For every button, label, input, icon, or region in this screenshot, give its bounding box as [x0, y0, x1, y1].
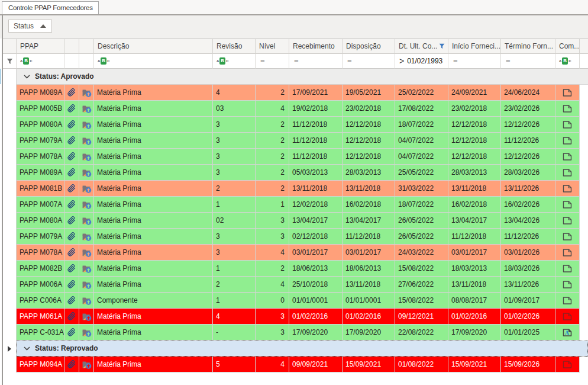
cell-recebimento[interactable]: 13/04/2017	[289, 213, 343, 229]
cell-revisao[interactable]: 2	[213, 277, 256, 293]
cell-disposicao[interactable]: 16/02/2018	[343, 197, 395, 213]
cell-inicio[interactable]: 13/11/2018	[448, 181, 501, 197]
cell-recebimento[interactable]: 19/02/2018	[289, 101, 343, 117]
cell-ppap[interactable]: PAPP M089A	[17, 85, 64, 101]
cell-revisao[interactable]: 3	[213, 117, 256, 133]
cell-com[interactable]	[555, 277, 580, 293]
cell-com[interactable]	[555, 149, 580, 165]
table-row[interactable]: PAPP M007AMatéria Prima1112/02/201816/02…	[3, 197, 588, 213]
cell-inicio[interactable]: 01/02/2016	[448, 309, 501, 325]
cell-nivel[interactable]: 3	[256, 325, 289, 341]
filter-cell-recebimento[interactable]: =	[289, 54, 343, 69]
cell-revisao[interactable]: 4	[213, 309, 256, 325]
column-header-com[interactable]: Com...	[555, 39, 580, 54]
cell-export[interactable]	[79, 309, 94, 325]
cell-ppap[interactable]: PAPP M061A	[17, 309, 64, 325]
cell-ppap[interactable]: PAPP M005B	[17, 101, 64, 117]
cell-inicio[interactable]: 23/02/2018	[448, 101, 501, 117]
cell-disposicao[interactable]: 19/05/2021	[343, 85, 395, 101]
table-row[interactable]: PAPP C-031AMatéria Prima-317/09/202017/0…	[3, 325, 588, 341]
filter-cell-nivel[interactable]: =	[256, 54, 289, 69]
cell-revisao[interactable]: 1	[213, 293, 256, 309]
cell-export[interactable]	[79, 261, 94, 277]
cell-ppap[interactable]: PAPP C-031A	[17, 325, 64, 341]
cell-recebimento[interactable]: 25/10/2018	[289, 277, 343, 293]
cell-dt_ult[interactable]: 24/03/2022	[395, 245, 448, 261]
cell-com[interactable]	[555, 165, 580, 181]
table-row[interactable]: PAPP M061AMatéria Prima4301/02/201601/02…	[3, 309, 588, 325]
cell-disposicao[interactable]: 11/12/2018	[343, 229, 395, 245]
column-header-dt_ult[interactable]: Dt. Ult. Co...	[395, 39, 448, 54]
cell-ppap[interactable]: PAPP M089A	[17, 165, 64, 181]
cell-ppap[interactable]: PAPP M080A	[17, 213, 64, 229]
cell-descricao[interactable]: Matéria Prima	[94, 197, 213, 213]
cell-revisao[interactable]: 3	[213, 133, 256, 149]
cell-disposicao[interactable]: 12/12/2018	[343, 149, 395, 165]
filter-cell-revisao[interactable]: ABC	[213, 54, 256, 69]
cell-termino[interactable]: 13/11/2026	[501, 181, 555, 197]
cell-descricao[interactable]: Matéria Prima	[94, 245, 213, 261]
cell-inicio[interactable]: 12/12/2018	[448, 133, 501, 149]
cell-inicio[interactable]: 17/09/2020	[448, 325, 501, 341]
cell-recebimento[interactable]: 01/01/0001	[289, 293, 343, 309]
cell-clip[interactable]	[64, 117, 79, 133]
cell-export[interactable]	[79, 245, 94, 261]
cell-recebimento[interactable]: 01/02/2016	[289, 309, 343, 325]
cell-recebimento[interactable]: 03/01/2017	[289, 245, 343, 261]
cell-ppap[interactable]: PAPP M082B	[17, 261, 64, 277]
cell-termino[interactable]: 01/09/2017	[501, 293, 555, 309]
column-header-inicio[interactable]: Início Forneci...	[448, 39, 501, 54]
group-row-band[interactable]: Status: Reprovado	[17, 341, 588, 357]
cell-com[interactable]	[555, 85, 580, 101]
cell-dt_ult[interactable]: 18/07/2022	[395, 117, 448, 133]
cell-dt_ult[interactable]: 09/12/2021	[395, 309, 448, 325]
table-row[interactable]: PAPP M081BMatéria Prima2213/11/201813/11…	[3, 181, 588, 197]
cell-termino[interactable]: 16/02/2026	[501, 197, 555, 213]
cell-descricao[interactable]: Componente	[94, 293, 213, 309]
cell-com[interactable]	[555, 133, 580, 149]
cell-descricao[interactable]: Matéria Prima	[94, 117, 213, 133]
cell-recebimento[interactable]: 11/12/2018	[289, 149, 343, 165]
cell-disposicao[interactable]: 03/01/2017	[343, 245, 395, 261]
cell-com[interactable]	[555, 309, 580, 325]
filter-cell-disposicao[interactable]: =	[343, 54, 395, 69]
cell-recebimento[interactable]: 17/09/2020	[289, 325, 343, 341]
cell-com[interactable]	[555, 117, 580, 133]
cell-inicio[interactable]: 11/12/2018	[448, 229, 501, 245]
cell-revisao[interactable]: 1	[213, 261, 256, 277]
cell-revisao[interactable]: 02	[213, 213, 256, 229]
cell-nivel[interactable]: 2	[256, 149, 289, 165]
table-row[interactable]: PAPP M089AMatéria Prima3205/03/201328/03…	[3, 165, 588, 181]
cell-ppap[interactable]: PAPP M007A	[17, 197, 64, 213]
cell-recebimento[interactable]: 17/09/2021	[289, 85, 343, 101]
column-header-disposicao[interactable]: Disposição	[343, 39, 395, 54]
cell-disposicao[interactable]: 28/03/2013	[343, 165, 395, 181]
cell-nivel[interactable]: 2	[256, 261, 289, 277]
cell-clip[interactable]	[64, 213, 79, 229]
cell-ppap[interactable]: PAPP M081B	[17, 181, 64, 197]
cell-dt_ult[interactable]: 15/08/2022	[395, 293, 448, 309]
column-header-revisao[interactable]: Revisão	[213, 39, 256, 54]
cell-disposicao[interactable]: 12/12/2018	[343, 133, 395, 149]
cell-recebimento[interactable]: 11/12/2018	[289, 117, 343, 133]
cell-dt_ult[interactable]: 27/06/2022	[395, 277, 448, 293]
cell-com[interactable]	[555, 245, 580, 261]
cell-clip[interactable]	[64, 149, 79, 165]
cell-ppap[interactable]: PAPP M006A	[17, 277, 64, 293]
filter-cell-descricao[interactable]: ABC	[94, 54, 213, 69]
cell-inicio[interactable]: 08/08/2017	[448, 293, 501, 309]
cell-export[interactable]	[79, 229, 94, 245]
filter-cell-com[interactable]: ABC	[555, 54, 580, 69]
cell-com[interactable]: A	[555, 325, 580, 341]
cell-clip[interactable]	[64, 101, 79, 117]
cell-clip[interactable]	[64, 181, 79, 197]
cell-nivel[interactable]: 3	[256, 213, 289, 229]
cell-descricao[interactable]: Matéria Prima	[94, 181, 213, 197]
cell-dt_ult[interactable]: 31/03/2022	[395, 181, 448, 197]
cell-recebimento[interactable]: 09/09/2021	[289, 357, 343, 373]
cell-nivel[interactable]: 2	[256, 117, 289, 133]
table-row[interactable]: PAPP M079AMatéria Prima3302/12/201811/12…	[3, 229, 588, 245]
cell-export[interactable]	[79, 197, 94, 213]
cell-inicio[interactable]: 15/09/2021	[448, 357, 501, 373]
cell-revisao[interactable]: 03	[213, 101, 256, 117]
